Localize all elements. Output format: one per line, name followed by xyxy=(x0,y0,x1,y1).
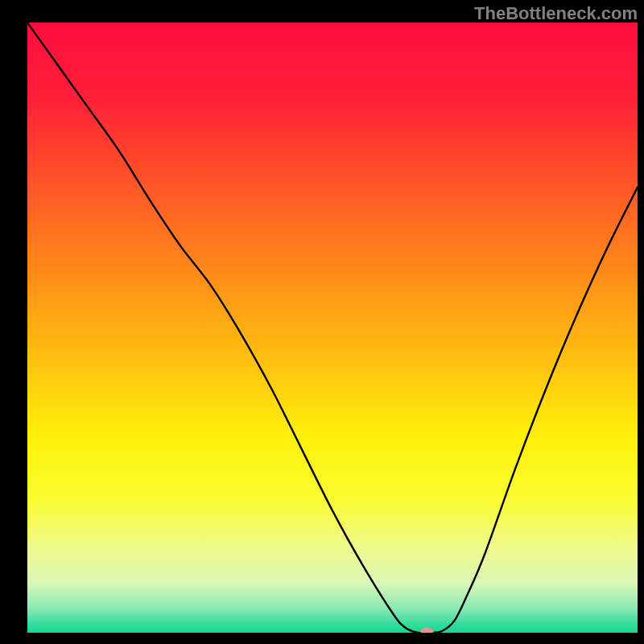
chart-svg xyxy=(27,23,638,633)
gradient-background xyxy=(27,23,638,633)
chart-container: TheBottleneck.com xyxy=(0,0,644,644)
watermark-text: TheBottleneck.com xyxy=(474,3,638,24)
plot-area xyxy=(27,23,638,633)
